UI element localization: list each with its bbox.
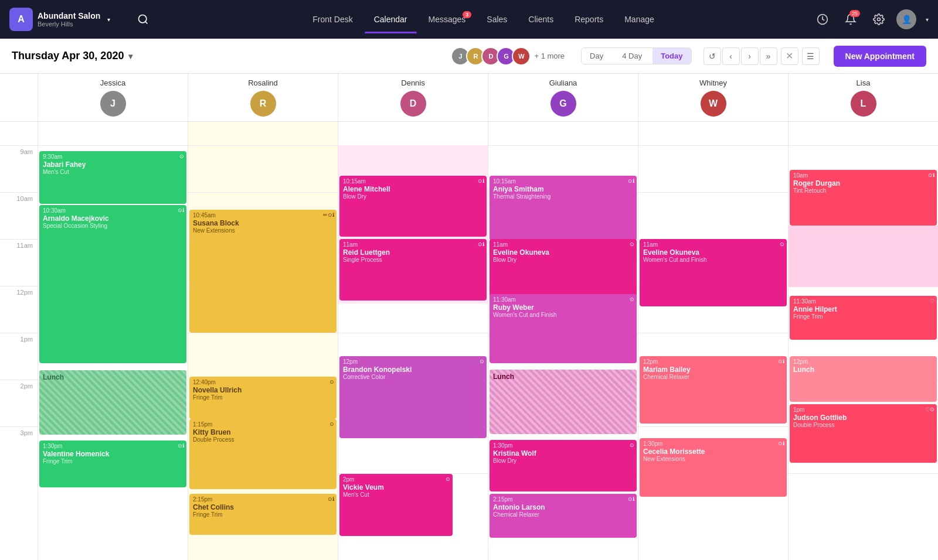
lisa-name: Lisa — [857, 78, 871, 87]
close-button[interactable]: ✕ — [781, 47, 798, 65]
nav-icons: 25 👤 ▾ — [812, 9, 929, 30]
history-icon[interactable] — [812, 9, 833, 30]
next-button[interactable]: › — [741, 47, 759, 65]
nav-front-desk[interactable]: Front Desk — [303, 10, 362, 29]
appt-vickie[interactable]: 2pm Vickie Veum Men's Cut ⊙ — [339, 474, 453, 536]
date-dropdown-icon[interactable]: ▾ — [128, 52, 132, 61]
appt-valentine[interactable]: 1:30pm Valentine Homenick Fringe Trim ⊙ℹ — [39, 441, 186, 487]
appt-jabari-fahey[interactable]: 9:30am Jabari Fahey Men's Cut ⊙ — [39, 151, 186, 204]
svg-line-1 — [145, 22, 148, 24]
current-date: Thursday Apr 30, 2020 — [12, 50, 124, 62]
lisa-column[interactable]: 10am Roger Durgan Tint Retouch ⊙ℹ 11:30a… — [788, 122, 938, 560]
appt-kristina[interactable]: 1:30pm Kristina Wolf Blow Dry ⊙ — [490, 440, 637, 491]
time-2pm: 2pm — [0, 380, 38, 426]
search-button[interactable] — [131, 8, 155, 31]
time-1pm: 1pm — [0, 333, 38, 380]
new-appointment-button[interactable]: New Appointment — [834, 46, 926, 67]
day-view-button[interactable]: Day — [582, 48, 611, 64]
settings-icon[interactable] — [868, 9, 889, 30]
calendar-nav-arrows: ↺ ‹ › » ✕ ☰ — [701, 47, 820, 65]
nav-clients[interactable]: Clients — [519, 10, 563, 29]
user-dropdown-icon[interactable]: ▾ — [926, 16, 929, 23]
calendar-toolbar: Thursday Apr 30, 2020 ▾ J R D G W + 1 mo… — [0, 39, 938, 74]
whitney-avatar: W — [701, 91, 726, 117]
list-view-button[interactable]: ☰ — [802, 47, 820, 65]
dennis-name: Dennis — [401, 78, 424, 87]
appt-mariam[interactable]: 12pm Mariam Bailey Chemical Relaxer ⊙ℹ — [640, 356, 787, 424]
appt-cecelia[interactable]: 1:30pm Cecelia Morissette New Extensions… — [640, 438, 787, 497]
giuliana-column[interactable]: 10:15am Aniya Smitham Thermal Straighten… — [488, 122, 638, 560]
giuliana-avatar: G — [550, 91, 576, 117]
appt-aniya[interactable]: 10:15am Aniya Smitham Thermal Straighten… — [490, 176, 637, 240]
appt-ruby[interactable]: 11:30am Ruby Weber Women's Cut and Finis… — [490, 294, 637, 363]
appt-giuliana-lunch[interactable]: Lunch — [490, 370, 637, 434]
staff-col-rosalind[interactable]: Rosalind R — [188, 74, 338, 121]
staff-col-jessica[interactable]: Jessica J — [38, 74, 188, 121]
appt-arnaldo[interactable]: 10:30am Arnaldo Macejkovic Special Occas… — [39, 205, 186, 363]
appt-eveline-whitney[interactable]: 11am Eveline Okuneva Women's Cut and Fin… — [640, 239, 787, 306]
appt-brandon[interactable]: 12pm Brandon Konopelski Corrective Color… — [339, 356, 487, 438]
appt-kitty[interactable]: 1:15pm Kitty Bruen Double Process ⊙ — [189, 419, 337, 489]
top-navigation: A Abundant Salon Beverly Hills ▾ Front D… — [0, 0, 938, 39]
view-buttons: Day 4 Day Today — [581, 47, 691, 64]
dennis-avatar: D — [400, 91, 426, 117]
time-9am: 9am — [0, 145, 38, 192]
lisa-pink-bg — [789, 226, 938, 287]
appt-susana[interactable]: 10:45am Susana Block New Extensions ✏⊙ℹ — [189, 210, 337, 333]
undo-button[interactable]: ↺ — [704, 47, 721, 65]
time-column: 9am 10am 11am 12pm 1pm 2pm 3pm — [0, 122, 38, 560]
logo-area[interactable]: A Abundant Salon Beverly Hills ▾ — [9, 8, 127, 31]
nav-sales[interactable]: Sales — [477, 10, 516, 29]
svg-point-3 — [878, 18, 881, 21]
nav-calendar[interactable]: Calendar — [365, 10, 417, 29]
appt-jessica-lunch[interactable]: Lunch — [39, 370, 186, 435]
appt-reid[interactable]: 11am Reid Luettgen Single Process ⊙ℹ — [339, 239, 487, 301]
time-10am: 10am — [0, 192, 38, 239]
salon-location: Beverly Hills — [38, 21, 100, 28]
user-avatar[interactable]: 👤 — [896, 9, 916, 29]
staff-col-lisa[interactable]: Lisa L — [788, 74, 938, 121]
appt-annie[interactable]: 11:30am Annie Hilpert Fringe Trim ♡ — [790, 296, 937, 340]
today-view-button[interactable]: Today — [652, 48, 691, 64]
staff-avatar-whitney[interactable]: W — [512, 47, 531, 66]
rosalind-avatar: R — [250, 91, 276, 117]
appt-eveline-giuliana[interactable]: 11am Eveline Okuneva Blow Dry ⊙ — [490, 239, 637, 298]
dennis-column[interactable]: 10:15am Alene Mitchell Blow Dry ⊙ℹ 11am … — [338, 122, 488, 560]
svg-point-0 — [139, 15, 147, 23]
appt-antonio[interactable]: 2:15pm Antonio Larson Chemical Relaxer ⊙… — [490, 494, 637, 538]
lisa-avatar: L — [851, 91, 876, 117]
notifications-badge: 25 — [849, 10, 860, 17]
date-display[interactable]: Thursday Apr 30, 2020 ▾ — [12, 50, 132, 62]
notifications-icon[interactable]: 25 — [840, 9, 861, 30]
jessica-column[interactable]: 9:30am Jabari Fahey Men's Cut ⊙ 10:30am … — [38, 122, 188, 560]
calendar-main: Jessica J Rosalind R Dennis D Giuliana G… — [0, 74, 938, 560]
jessica-name: Jessica — [100, 78, 125, 87]
staff-col-whitney[interactable]: Whitney W — [638, 74, 788, 121]
four-day-view-button[interactable]: 4 Day — [614, 48, 650, 64]
staff-col-giuliana[interactable]: Giuliana G — [488, 74, 638, 121]
rosalind-column[interactable]: 10:45am Susana Block New Extensions ✏⊙ℹ … — [188, 122, 338, 560]
staff-avatars[interactable]: J R D G W + 1 more — [451, 47, 565, 66]
appt-roger[interactable]: 10am Roger Durgan Tint Retouch ⊙ℹ — [790, 170, 937, 226]
appt-judson[interactable]: 1pm Judson Gottlieb Double Process ♡⊙ — [790, 404, 937, 463]
nav-manage[interactable]: Manage — [615, 10, 664, 29]
appt-novella[interactable]: 12:40pm Novella Ullrich Fringe Trim ⊙ — [189, 377, 337, 419]
salon-title: Abundant Salon — [38, 11, 100, 21]
appt-alene[interactable]: 10:15am Alene Mitchell Blow Dry ⊙ℹ — [339, 176, 487, 237]
staff-columns: 9:30am Jabari Fahey Men's Cut ⊙ 10:30am … — [38, 122, 938, 560]
time-12pm: 12pm — [0, 286, 38, 333]
staff-col-dennis[interactable]: Dennis D — [338, 74, 488, 121]
salon-dropdown-icon[interactable]: ▾ — [107, 16, 110, 23]
fast-forward-button[interactable]: » — [760, 47, 777, 65]
nav-messages[interactable]: Messages 3 — [419, 10, 475, 29]
appt-lisa-lunch[interactable]: 12pm Lunch — [790, 356, 937, 402]
appt-chet[interactable]: 2:15pm Chet Collins Fringe Trim ⊙ℹ — [189, 494, 337, 535]
whitney-column[interactable]: 11am Eveline Okuneva Women's Cut and Fin… — [638, 122, 788, 560]
messages-badge: 3 — [463, 11, 471, 18]
more-staff-button[interactable]: + 1 more — [534, 52, 565, 60]
jessica-avatar: J — [100, 91, 126, 117]
calendar-body[interactable]: 9am 10am 11am 12pm 1pm 2pm 3pm — [0, 122, 938, 560]
nav-reports[interactable]: Reports — [565, 10, 613, 29]
prev-button[interactable]: ‹ — [722, 47, 740, 65]
rosalind-name: Rosalind — [248, 78, 278, 87]
